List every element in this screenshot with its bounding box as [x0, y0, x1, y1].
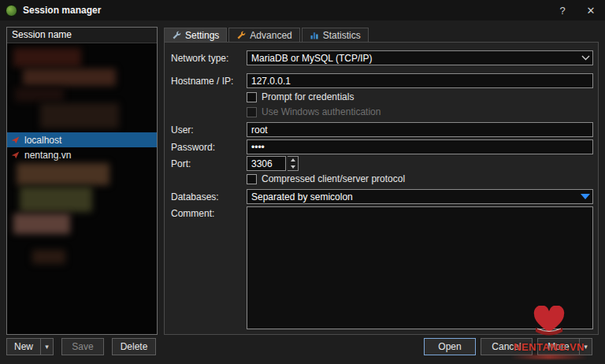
- checkbox-box: [247, 107, 257, 117]
- password-label: Password:: [171, 142, 215, 153]
- bar-chart-icon: [310, 31, 319, 40]
- session-item-label: nentang.vn: [24, 150, 71, 161]
- tab-statistics[interactable]: Statistics: [302, 28, 369, 42]
- open-button[interactable]: Open: [424, 338, 476, 355]
- redacted-session-entry[interactable]: [20, 187, 92, 212]
- databases-label: Databases:: [171, 191, 219, 202]
- tab-settings-label: Settings: [185, 30, 219, 41]
- redacted-session-entry[interactable]: [17, 163, 109, 185]
- redacted-session-entry[interactable]: [15, 87, 64, 102]
- databases-value: Separated by semicolon: [251, 191, 581, 202]
- checkbox-box[interactable]: [247, 174, 257, 184]
- tab-advanced-label: Advanced: [250, 30, 291, 41]
- network-type-select[interactable]: MariaDB or MySQL (TCP/IP): [247, 50, 593, 65]
- delete-button[interactable]: Delete: [112, 338, 156, 355]
- tab-settings[interactable]: Settings: [164, 28, 227, 42]
- tab-advanced[interactable]: Advanced: [228, 28, 299, 42]
- spinner-down-icon[interactable]: [288, 164, 298, 171]
- redacted-session-entry[interactable]: [13, 214, 70, 234]
- password-input[interactable]: [247, 139, 593, 154]
- windows-auth-label: Use Windows authentication: [262, 106, 380, 117]
- comment-label: Comment:: [171, 208, 214, 219]
- session-plane-icon: [11, 136, 20, 144]
- redacted-session-entry[interactable]: [23, 69, 116, 86]
- more-dropdown-icon[interactable]: ▾: [579, 339, 592, 355]
- settings-tab-bar: Settings Advanced Statistics: [164, 28, 370, 42]
- wrench-icon: [172, 31, 181, 40]
- more-label: More: [538, 341, 579, 352]
- session-item-label: localhost: [24, 135, 61, 146]
- session-item-nentang-vn[interactable]: nentang.vn: [7, 147, 157, 162]
- port-input[interactable]: [247, 156, 286, 171]
- window-title: Session manager: [23, 5, 101, 16]
- new-session-dropdown-icon[interactable]: ▾: [40, 339, 53, 355]
- close-button[interactable]: ✕: [577, 0, 605, 20]
- port-spinner[interactable]: [288, 156, 299, 171]
- cancel-button[interactable]: Cancel: [481, 338, 533, 355]
- spinner-up-icon[interactable]: [288, 157, 298, 164]
- wrench-icon: [236, 31, 246, 40]
- hostname-input[interactable]: [247, 73, 593, 88]
- session-item-localhost[interactable]: localhost: [7, 132, 157, 147]
- session-plane-icon: [11, 150, 20, 159]
- delete-label: Delete: [121, 341, 148, 352]
- databases-select[interactable]: Separated by semicolon: [247, 189, 593, 204]
- compressed-protocol-checkbox[interactable]: Compressed client/server protocol: [247, 173, 405, 184]
- prompt-credentials-label: Prompt for credentials: [262, 91, 354, 102]
- save-button: Save: [61, 338, 104, 355]
- comment-textarea[interactable]: [247, 206, 593, 329]
- app-icon: [6, 5, 17, 17]
- windows-auth-checkbox: Use Windows authentication: [247, 106, 380, 117]
- session-list[interactable]: localhost nentang.vn: [7, 43, 157, 335]
- prompt-credentials-checkbox[interactable]: Prompt for credentials: [247, 91, 354, 102]
- port-label: Port:: [171, 158, 191, 169]
- cancel-label: Cancel: [492, 341, 521, 352]
- tab-statistics-label: Statistics: [323, 30, 361, 41]
- save-label: Save: [72, 341, 93, 352]
- redacted-session-entry[interactable]: [32, 250, 65, 264]
- user-input[interactable]: [247, 122, 593, 137]
- title-bar: Session manager ? ✕: [0, 0, 605, 20]
- redacted-session-entry[interactable]: [40, 103, 119, 128]
- new-session-label: New: [7, 341, 40, 352]
- session-panel: Session name localhost nentang.vn: [6, 27, 158, 335]
- checkbox-box[interactable]: [247, 92, 257, 102]
- network-type-value: MariaDB or MySQL (TCP/IP): [251, 53, 581, 64]
- hostname-label: Hostname / IP:: [171, 76, 233, 87]
- redacted-session-entry[interactable]: [13, 48, 81, 67]
- more-button[interactable]: More ▾: [537, 338, 592, 355]
- settings-panel: Network type: MariaDB or MySQL (TCP/IP) …: [164, 42, 599, 335]
- help-button[interactable]: ?: [548, 0, 577, 20]
- dropdown-arrow-icon: [581, 194, 590, 199]
- network-type-label: Network type:: [171, 53, 228, 64]
- new-session-button[interactable]: New ▾: [6, 338, 54, 355]
- user-label: User:: [171, 124, 194, 136]
- compressed-protocol-label: Compressed client/server protocol: [262, 173, 405, 184]
- chevron-down-icon: [581, 55, 590, 61]
- session-list-header: Session name: [7, 28, 157, 43]
- open-label: Open: [438, 341, 461, 352]
